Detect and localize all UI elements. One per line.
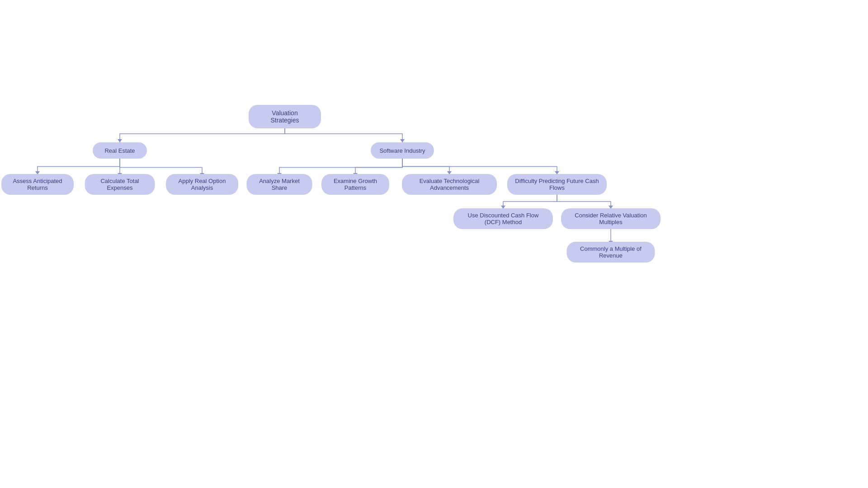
node-assess[interactable]: Assess Anticipated Returns — [1, 174, 74, 195]
node-analyze[interactable]: Analyze Market Share — [247, 174, 312, 195]
diagram-container: Valuation StrategiesReal EstateSoftware … — [0, 0, 868, 488]
node-dcf[interactable]: Use Discounted Cash Flow (DCF) Method — [453, 208, 553, 229]
node-examine[interactable]: Examine Growth Patterns — [321, 174, 389, 195]
svg-marker-0 — [118, 139, 122, 142]
node-software-industry[interactable]: Software Industry — [371, 142, 434, 159]
node-relative[interactable]: Consider Relative Valuation Multiples — [561, 208, 660, 229]
node-real-estate[interactable]: Real Estate — [93, 142, 147, 159]
node-difficulty[interactable]: Difficulty Predicting Future Cash Flows — [507, 174, 607, 195]
node-evaluate[interactable]: Evaluate Technological Advancements — [402, 174, 497, 195]
node-apply[interactable]: Apply Real Option Analysis — [166, 174, 238, 195]
tree-svg — [0, 0, 868, 488]
node-root[interactable]: Valuation Strategies — [249, 105, 321, 128]
node-multiple[interactable]: Commonly a Multiple of Revenue — [567, 242, 655, 263]
svg-marker-1 — [400, 139, 405, 142]
node-calculate[interactable]: Calculate Total Expenses — [85, 174, 155, 195]
